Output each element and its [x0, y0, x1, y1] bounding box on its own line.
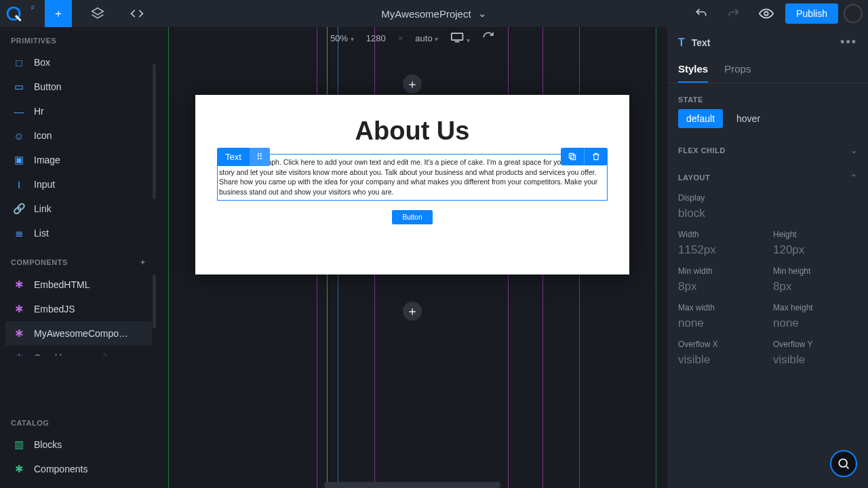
component-quarklycommunity[interactable]: ✱Quarklycommunity…	[5, 346, 152, 356]
svg-rect-4	[569, 153, 574, 158]
catalog-components[interactable]: ✱Components	[5, 457, 152, 481]
page-button[interactable]: Button	[392, 210, 433, 224]
project-selector[interactable]: MyAwesomeProject ⌄	[381, 7, 486, 20]
components-header-label: COMPONENTS	[11, 258, 68, 266]
component-label: EmbedHTML	[34, 279, 90, 290]
primitive-label: Input	[34, 179, 55, 190]
primitive-hr[interactable]: —Hr	[5, 99, 152, 123]
chevron-down-icon: ▾	[467, 37, 470, 44]
topbar: β ＋ MyAwesomeProject ⌄ Publish	[0, 0, 868, 27]
user-avatar[interactable]	[844, 4, 863, 23]
zoom-select[interactable]: 50% ▾	[330, 33, 354, 43]
primitive-input[interactable]: IInput	[5, 172, 152, 197]
component-myawesomecompo[interactable]: ✱MyAwesomeCompo…	[5, 321, 152, 346]
primitive-link[interactable]: 🔗Link	[5, 197, 152, 221]
project-name: MyAwesomeProject	[381, 8, 471, 20]
beta-badge: β	[31, 4, 35, 10]
state-hover[interactable]: hover	[728, 109, 768, 128]
scrollbar[interactable]	[153, 274, 156, 329]
primitive-image[interactable]: ▣Image	[5, 148, 152, 172]
maxh-value[interactable]: none	[773, 317, 857, 330]
component-icon: ✱	[12, 351, 26, 356]
page-heading[interactable]: About Us	[217, 117, 608, 146]
code-icon[interactable]	[123, 0, 151, 27]
box-icon: □	[12, 56, 26, 69]
primitive-label: Link	[34, 203, 52, 214]
publish-button[interactable]: Publish	[785, 3, 838, 24]
search-icon	[837, 457, 850, 470]
device-icon[interactable]: ▾	[450, 32, 470, 45]
layers-icon[interactable]	[84, 0, 111, 27]
page-frame[interactable]: Text ⠿ About Us Hi! I'm a paragraph. Cli…	[195, 95, 629, 274]
layout-section[interactable]: LAYOUT ⌃	[667, 161, 868, 188]
page-paragraph[interactable]: Hi! I'm a paragraph. Click here to add y…	[217, 154, 608, 201]
primitive-icon[interactable]: ☺Icon	[5, 123, 152, 148]
svg-rect-2	[452, 33, 463, 40]
width-label: Width	[678, 230, 762, 239]
preview-icon[interactable]	[753, 0, 780, 27]
scrollbar[interactable]	[153, 64, 156, 199]
tab-props[interactable]: Props	[724, 63, 751, 83]
input-icon: I	[12, 178, 26, 191]
height-value[interactable]: 120px	[773, 243, 857, 257]
overflowx-value[interactable]: visible	[678, 353, 762, 367]
delete-icon[interactable]	[584, 148, 608, 165]
horizontal-scrollbar[interactable]	[324, 482, 500, 488]
add-component-icon[interactable]: ＋	[139, 257, 147, 267]
component-label: MyAwesomeCompo…	[34, 328, 128, 339]
catalog-label: Components	[34, 464, 87, 474]
layout-label: LAYOUT	[678, 174, 710, 182]
flex-child-section[interactable]: FLEX CHILD ⌄	[667, 134, 868, 161]
x-separator: ×	[398, 33, 403, 43]
chevron-down-icon: ⌄	[850, 146, 858, 155]
primitive-list[interactable]: ≣List	[5, 221, 152, 245]
primitive-label: Button	[34, 81, 61, 92]
display-value[interactable]: block	[678, 207, 857, 220]
state-header: STATE	[667, 83, 868, 109]
canvas-width[interactable]: 1280	[366, 33, 386, 43]
list-icon: ≣	[12, 226, 26, 240]
hr-icon: —	[12, 104, 26, 118]
more-icon[interactable]: •••	[840, 35, 857, 49]
primitive-box[interactable]: □Box	[5, 50, 152, 75]
blocks-icon: ▥	[12, 438, 26, 451]
chevron-up-icon: ⌃	[850, 173, 858, 182]
add-button[interactable]: ＋	[45, 0, 72, 27]
minh-value[interactable]: 8px	[773, 280, 857, 293]
catalog-blocks[interactable]: ▥Blocks	[5, 432, 152, 457]
undo-button[interactable]	[688, 0, 715, 27]
width-value[interactable]: 1152px	[678, 243, 762, 257]
maxh-label: Max height	[773, 303, 857, 312]
overflowy-label: Overflow Y	[773, 340, 857, 349]
tab-styles[interactable]: Styles	[678, 63, 708, 83]
primitive-label: Icon	[34, 130, 52, 141]
selection-toolbar: Text ⠿	[217, 148, 270, 166]
component-embedjs[interactable]: ✱EmbedJS	[5, 297, 152, 321]
selection-label: Text	[217, 148, 250, 166]
refresh-icon[interactable]	[482, 31, 494, 45]
component-embedhtml[interactable]: ✱EmbedHTML	[5, 272, 152, 297]
selected-element-header: T Text	[678, 37, 711, 49]
selection-actions	[561, 148, 608, 165]
canvas-height[interactable]: auto ▾	[415, 33, 438, 43]
duplicate-icon[interactable]	[561, 148, 584, 165]
redo-button[interactable]	[720, 0, 747, 27]
add-bottom-button[interactable]: ＋	[403, 302, 422, 321]
component-icon: ✱	[12, 327, 26, 340]
app-logo[interactable]	[0, 0, 27, 27]
overflowy-value[interactable]: visible	[773, 353, 857, 367]
component-icon: ✱	[12, 302, 26, 316]
canvas-toolbar: 50% ▾ 1280 × auto ▾ ▾	[330, 30, 494, 46]
minw-value[interactable]: 8px	[678, 280, 762, 293]
catalog-header: CATALOG	[0, 409, 157, 432]
primitive-label: List	[34, 228, 49, 239]
catalog-label: Blocks	[34, 439, 62, 450]
selected-element-name: Text	[692, 37, 711, 48]
state-default[interactable]: default	[678, 109, 723, 128]
component-label: EmbedJS	[34, 304, 75, 314]
drag-handle-icon[interactable]: ⠿	[250, 148, 270, 166]
maxw-value[interactable]: none	[678, 317, 762, 330]
help-button[interactable]	[830, 450, 857, 477]
primitive-button[interactable]: ▭Button	[5, 75, 152, 99]
image-icon: ▣	[12, 153, 26, 167]
